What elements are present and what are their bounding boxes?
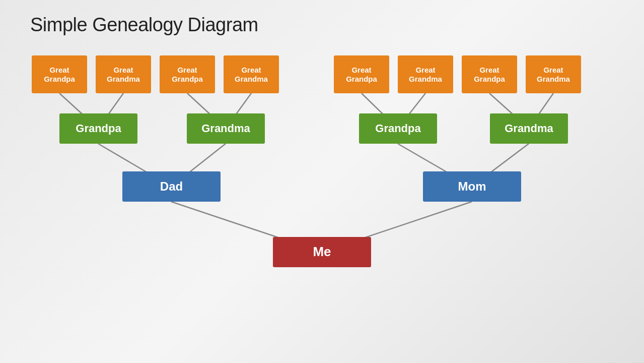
great-grandma-1: Great Grandma: [96, 55, 151, 93]
great-grandpa-1: Great Grandpa: [32, 55, 87, 93]
connector-lines: [0, 55, 644, 363]
grandma-2: Grandma: [490, 113, 568, 144]
dad-node: Dad: [122, 171, 221, 202]
great-grandpa-4: Great Grandpa: [462, 55, 517, 93]
grandma-1: Grandma: [187, 113, 265, 144]
me-node: Me: [273, 237, 371, 267]
grandpa-1: Grandpa: [59, 113, 137, 144]
diagram-container: Great Grandpa Great Grandma Great Grandp…: [0, 55, 644, 363]
great-grandpa-3: Great Grandpa: [334, 55, 389, 93]
grandpa-2: Grandpa: [359, 113, 437, 144]
mom-node: Mom: [423, 171, 521, 202]
great-grandma-2: Great Grandma: [224, 55, 279, 93]
great-grandpa-2: Great Grandpa: [160, 55, 215, 93]
great-grandma-4: Great Grandma: [526, 55, 581, 93]
great-grandma-3: Great Grandma: [398, 55, 453, 93]
page-title: Simple Genealogy Diagram: [30, 14, 258, 36]
